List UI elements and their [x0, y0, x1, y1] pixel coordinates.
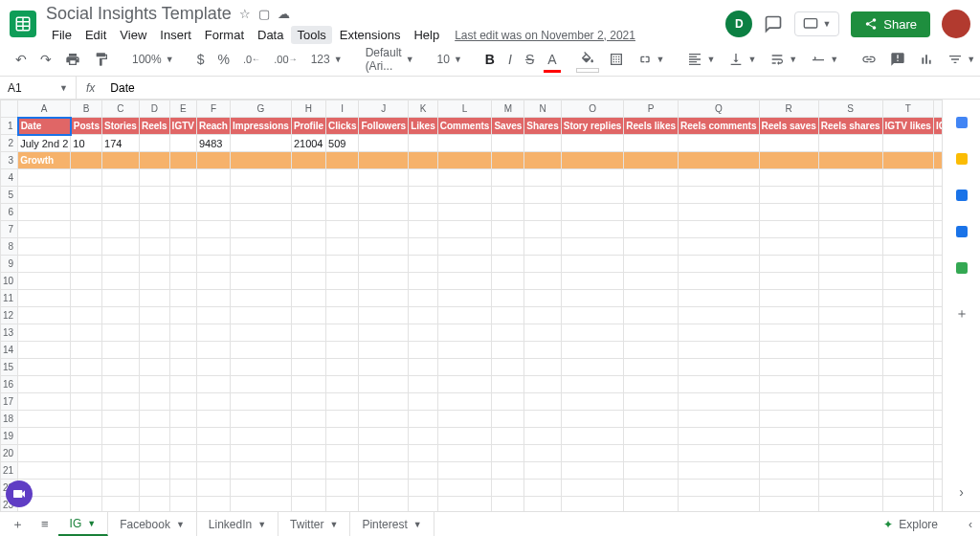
cell-D3[interactable]: [139, 152, 169, 169]
cell-K7[interactable]: [409, 221, 438, 238]
cell-P2[interactable]: [624, 135, 679, 152]
link-button[interactable]: [856, 48, 882, 71]
row-header-17[interactable]: 17: [1, 393, 18, 411]
cell-J15[interactable]: [359, 359, 409, 376]
cell-J23[interactable]: [359, 497, 409, 512]
cell-E12[interactable]: [169, 307, 196, 324]
cell-Q8[interactable]: [679, 238, 759, 256]
cell-Q14[interactable]: [679, 342, 759, 359]
borders-button[interactable]: [603, 48, 630, 71]
col-header-B[interactable]: B: [71, 100, 102, 118]
cell-H8[interactable]: [291, 238, 325, 256]
cell-S7[interactable]: [818, 221, 882, 238]
cell-B21[interactable]: [71, 462, 102, 480]
cell-H12[interactable]: [291, 307, 325, 324]
cell-L9[interactable]: [437, 256, 492, 273]
cell-B12[interactable]: [71, 307, 102, 324]
cell-T22[interactable]: [882, 480, 933, 497]
cell-D23[interactable]: [139, 497, 169, 512]
cell-G23[interactable]: [230, 497, 291, 512]
cell-S2[interactable]: [818, 135, 882, 152]
cell-I13[interactable]: [326, 324, 359, 342]
cell-D16[interactable]: [139, 376, 169, 393]
cell-I19[interactable]: [326, 428, 359, 445]
cell-H10[interactable]: [291, 273, 325, 290]
cell-M22[interactable]: [492, 480, 524, 497]
cell-Q18[interactable]: [679, 411, 759, 428]
bold-button[interactable]: B: [479, 48, 501, 71]
cell-P9[interactable]: [624, 256, 679, 273]
cell-L21[interactable]: [437, 462, 492, 480]
cell-P16[interactable]: [624, 376, 679, 393]
cell-F21[interactable]: [196, 462, 230, 480]
cell-K8[interactable]: [409, 238, 438, 256]
cell-J11[interactable]: [359, 290, 409, 307]
col-header-M[interactable]: M: [492, 100, 524, 118]
cell-T14[interactable]: [882, 342, 933, 359]
cell-R4[interactable]: [759, 169, 818, 187]
cell-I23[interactable]: [326, 497, 359, 512]
cell-B19[interactable]: [71, 428, 102, 445]
row-header-19[interactable]: 19: [1, 428, 18, 445]
cell-S20[interactable]: [818, 445, 882, 462]
col-header-Q[interactable]: Q: [679, 100, 759, 118]
cell-P8[interactable]: [624, 238, 679, 256]
row-header-15[interactable]: 15: [1, 359, 18, 376]
cell-F5[interactable]: [196, 187, 230, 204]
col-header-K[interactable]: K: [409, 100, 438, 118]
cell-L5[interactable]: [437, 187, 492, 204]
cell-C19[interactable]: [102, 428, 140, 445]
cell-C9[interactable]: [102, 256, 140, 273]
cell-E6[interactable]: [169, 204, 196, 221]
cell-C5[interactable]: [102, 187, 140, 204]
cell-U4[interactable]: [933, 169, 942, 187]
cell-Q21[interactable]: [679, 462, 759, 480]
cell-B1[interactable]: Posts: [71, 118, 102, 135]
cell-U3[interactable]: [933, 152, 942, 169]
menu-file[interactable]: File: [46, 26, 78, 44]
cell-N10[interactable]: [524, 273, 561, 290]
cell-E4[interactable]: [169, 169, 196, 187]
cell-K16[interactable]: [409, 376, 438, 393]
cell-Q17[interactable]: [679, 393, 759, 411]
cell-P23[interactable]: [624, 497, 679, 512]
cell-N16[interactable]: [524, 376, 561, 393]
menu-tools[interactable]: Tools: [291, 26, 331, 44]
cell-F10[interactable]: [196, 273, 230, 290]
cell-B11[interactable]: [71, 290, 102, 307]
cell-N21[interactable]: [524, 462, 561, 480]
cell-B16[interactable]: [71, 376, 102, 393]
cell-D13[interactable]: [139, 324, 169, 342]
sheet-tab-facebook[interactable]: Facebook▼: [108, 512, 197, 536]
cell-F12[interactable]: [196, 307, 230, 324]
col-header-C[interactable]: C: [102, 100, 140, 118]
cell-C3[interactable]: [102, 152, 140, 169]
cell-H14[interactable]: [291, 342, 325, 359]
cell-I6[interactable]: [326, 204, 359, 221]
col-header-U[interactable]: U: [933, 100, 942, 118]
cell-S11[interactable]: [818, 290, 882, 307]
cell-S8[interactable]: [818, 238, 882, 256]
cell-S12[interactable]: [818, 307, 882, 324]
cloud-icon[interactable]: ☁: [278, 7, 290, 21]
cell-K17[interactable]: [409, 393, 438, 411]
cell-T9[interactable]: [882, 256, 933, 273]
cell-R18[interactable]: [759, 411, 818, 428]
cell-J3[interactable]: [359, 152, 409, 169]
col-header-T[interactable]: T: [882, 100, 933, 118]
cell-U2[interactable]: [933, 135, 942, 152]
undo-button[interactable]: ↶: [10, 48, 33, 71]
cell-T10[interactable]: [882, 273, 933, 290]
cell-O7[interactable]: [561, 221, 624, 238]
cell-K15[interactable]: [409, 359, 438, 376]
cell-G17[interactable]: [230, 393, 291, 411]
menu-insert[interactable]: Insert: [154, 26, 197, 44]
cell-R9[interactable]: [759, 256, 818, 273]
cell-A21[interactable]: [18, 462, 71, 480]
cell-L22[interactable]: [437, 480, 492, 497]
cell-Q6[interactable]: [679, 204, 759, 221]
chart-button[interactable]: [913, 48, 940, 71]
cell-S21[interactable]: [818, 462, 882, 480]
cell-P19[interactable]: [624, 428, 679, 445]
cell-A16[interactable]: [18, 376, 71, 393]
